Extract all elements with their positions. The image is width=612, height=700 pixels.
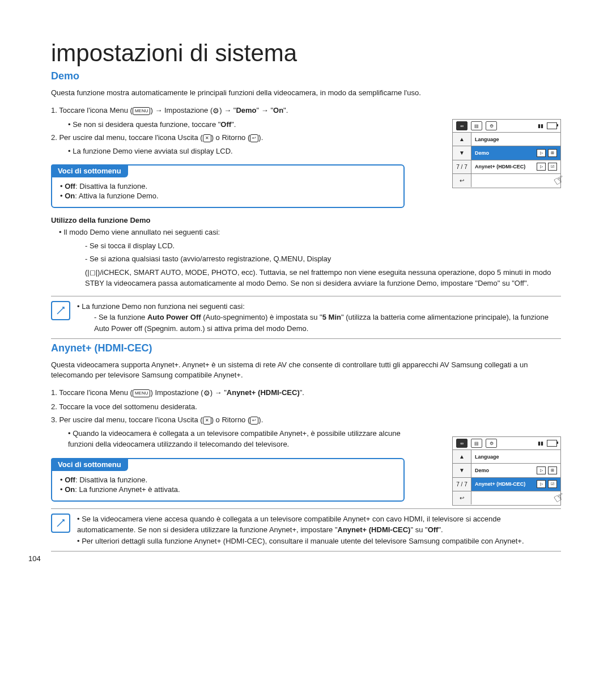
anynet-step2: 2. Toccare la voce del sottomenu desider… (51, 401, 402, 413)
menu-icon: MENU (133, 107, 151, 115)
menu-row-demo[interactable]: Demo ▷ ⊞ (471, 146, 560, 160)
page-indicator: 7 / 7 (453, 478, 471, 491)
menu-row-language[interactable]: Language (471, 133, 560, 146)
submenu-on: • On: La funzione Anynet+ è attivata. (60, 485, 396, 494)
gear-icon: ⚙ (486, 121, 497, 130)
anynet-intro: Questa videocamera supporta Anynet+. Any… (51, 360, 561, 380)
play-icon: ▷ (537, 480, 546, 488)
page-indicator: 7 / 7 (453, 160, 471, 174)
menu-row-anynet[interactable]: Anynet+ (HDMI-CEC) ▷ ☑ (471, 160, 560, 174)
down-button[interactable]: ▼ (453, 464, 471, 477)
submenu-header: Voci di sottomenu (51, 458, 128, 471)
return-icon: ↩ (250, 134, 258, 142)
gear-icon: ⚙ (203, 388, 210, 399)
demo-intro: Questa funzione mostra automaticamente l… (51, 88, 561, 98)
check-icon: ☑ (548, 163, 557, 171)
anynet-note1: Se la videocamera viene accesa quando è … (77, 514, 561, 536)
anynet-step1: 1. Toccare l'icona Menu (MENU) Impostazi… (51, 387, 402, 398)
signal-icon: ▮▮ (538, 440, 543, 446)
demo-step2-sub: La funzione Demo viene avviata sul displ… (68, 146, 402, 157)
anynet-step3: 3. Per uscire dal menu, toccare l'icona … (51, 414, 402, 426)
play-icon: ▷ (537, 149, 546, 157)
down-button[interactable]: ▼ (453, 146, 471, 160)
camera-icon: ∞ (456, 121, 468, 130)
util-dash1: Se si tocca il display LCD. (85, 240, 561, 252)
gear-icon: ⚙ (212, 105, 219, 117)
return-icon: ↩ (250, 417, 258, 425)
return-button[interactable]: ↩ (453, 174, 471, 187)
list-icon: ▤ (471, 121, 482, 130)
submenu-on: • On: Attiva la funzione Demo. (60, 192, 396, 200)
submenu-off: • Off: Disattiva la funzione. (60, 476, 396, 484)
up-button[interactable]: ▲ (453, 133, 471, 146)
util-intro: Il modo Demo viene annullato nei seguent… (59, 227, 561, 238)
anynet-note2: Per ulteriori dettagli sulla funzione An… (77, 536, 561, 547)
return-button[interactable]: ↩ (453, 491, 471, 504)
close-icon: ✕ (203, 417, 211, 425)
demo-step1-sub: Se non si desidera questa funzione, tocc… (68, 119, 402, 130)
note-box-anynet: Se la videocamera viene accesa quando è … (51, 508, 561, 552)
grid-icon: ⊞ (548, 466, 557, 474)
anynet-step3-sub: Quando la videocamera è collegata a un t… (68, 428, 402, 450)
up-button[interactable]: ▲ (453, 450, 471, 464)
camera-icon: ∞ (456, 439, 468, 448)
list-icon: ▤ (471, 439, 482, 448)
section-anynet-heading: Anynet+ (HDMI-CEC) (51, 342, 561, 354)
note-box-demo: La funzione Demo non funziona nei seguen… (51, 296, 561, 340)
menu-row-language[interactable]: Language (471, 450, 560, 464)
play-icon: ▷ (537, 466, 546, 474)
battery-icon (547, 122, 557, 129)
grid-icon: ⊞ (548, 149, 557, 157)
play-icon: ▷ (537, 163, 546, 171)
gear-icon: ⚙ (486, 439, 497, 448)
note-icon (51, 514, 70, 533)
utilization-heading: Utilizzo della funzione Demo (51, 216, 561, 224)
util-dash3: (|◻|)/iCHECK, SMART AUTO, MODE, PHOTO, e… (85, 267, 561, 289)
page-number: 104 (28, 554, 41, 563)
note-icon (51, 301, 70, 320)
submenu-header: Voci di sottomenu (51, 164, 128, 177)
menu-row-anynet[interactable]: Anynet+ (HDMI-CEC) ▷ ☑ (471, 478, 560, 491)
submenu-off: • Off: Disattiva la funzione. (60, 182, 396, 190)
menu-row-demo[interactable]: Demo ▷ ⊞ (471, 464, 560, 477)
battery-icon (547, 440, 557, 447)
check-icon: ☑ (548, 480, 557, 488)
menu-icon: MENU (133, 389, 151, 397)
submenu-box-demo: Voci di sottomenu • Off: Disattiva la fu… (51, 164, 405, 208)
demo-step1: 1. Toccare l'icona Menu (MENU) → Imposta… (51, 105, 402, 116)
signal-icon: ▮▮ (538, 123, 543, 129)
device-screenshot-demo: ∞ ▤ ⚙ ▮▮ ▲ ▼ 7 / 7 ↩ Language Demo ▷ ⊞ (452, 119, 561, 188)
page-title: impostazioni di sistema (51, 40, 561, 67)
close-icon: ✕ (203, 134, 211, 142)
util-dash2: Se si aziona qualsiasi tasto (avvio/arre… (85, 253, 561, 265)
submenu-box-anynet: Voci di sottomenu • Off: Disattiva la fu… (51, 458, 405, 502)
device-screenshot-anynet: ∞ ▤ ⚙ ▮▮ ▲ ▼ 7 / 7 ↩ Language Demo ▷ ⊞ (452, 436, 561, 506)
demo-step2: 2. Per uscire dal menu, toccare l'icona … (51, 132, 402, 143)
note-line1: La funzione Demo non funziona nei seguen… (77, 301, 561, 312)
section-demo-heading: Demo (51, 70, 561, 82)
note-line2: Se la funzione Auto Power Off (Auto-speg… (94, 312, 561, 334)
